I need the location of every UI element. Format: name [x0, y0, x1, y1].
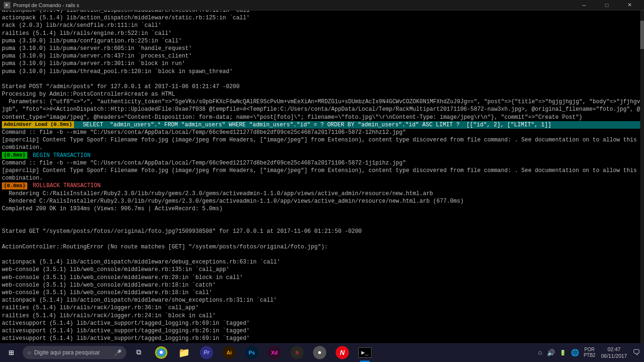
terminal-sql-line: AdminUser Load (0.5ms) SELECT "admin_use… [2, 121, 642, 129]
terminal-line: actionpack (5.1.4) lib/action_dispatch/m… [2, 14, 642, 22]
cortana-icon: ○ [27, 349, 31, 356]
titlebar-title: Prompt de Comando - rails s [13, 2, 79, 8]
terminal-line: puma (3.10.0) lib/puma/server.rb:437:in … [2, 52, 642, 60]
terminal-line: ActionController::RoutingError (No route… [2, 243, 642, 251]
chrome-icon[interactable]: ● [151, 343, 172, 362]
sql-statement: SELECT "admin_users".* FROM "admin_users… [76, 121, 551, 129]
terminal-line: activesupport (5.1.4) lib/active_support… [2, 335, 642, 342]
terminal-line: Command :: file -b --mime "C:/Users/cont… [2, 129, 642, 136]
netflix-icon[interactable]: N [332, 343, 353, 362]
terminal-blank-line [2, 251, 642, 258]
terminal-line: web-console (3.5.1) lib/web_console/midd… [2, 281, 642, 289]
search-bar[interactable]: ○ Digite aqui para pesquisar 🎤 [23, 346, 126, 359]
taskbar: ⊞ ○ Digite aqui para pesquisar 🎤 ⧉ ● 📁 P… [0, 343, 644, 362]
notification-icon[interactable]: 🗨 [631, 348, 642, 357]
terminal-blank-line [2, 75, 642, 83]
minimize-button[interactable]: ─ [573, 0, 595, 10]
maximize-button[interactable]: □ [596, 0, 618, 10]
scrollbar-thumb[interactable] [640, 21, 644, 49]
terminal-line: railties (5.1.4) lib/rails/rack/logger.r… [2, 312, 642, 320]
search-placeholder: Digite aqui para pesquisar [34, 349, 99, 356]
xd-icon[interactable]: Xd [264, 343, 285, 362]
terminal-line: actionpack (5.1.4) lib/action_dispatch/m… [2, 296, 642, 304]
terminal-blank-line [2, 220, 642, 228]
terminal-line: web-console (3.5.1) lib/web_console/midd… [2, 274, 642, 281]
titlebar-left: ▶ Prompt de Comando - rails s [4, 2, 79, 8]
scrollbar-track[interactable] [640, 10, 644, 343]
microphone-icon: 🎤 [114, 349, 122, 356]
language-indicator[interactable]: POR PTB2 [582, 347, 597, 358]
language-name: POR [584, 347, 595, 353]
terminal-line: activesupport (5.1.4) lib/active_support… [2, 320, 642, 327]
taskbar-right: ⌂ 🔊 🔋 🌐 POR PTB2 02:47 06/11/2017 🗨 [537, 346, 642, 360]
language-code: PTB2 [584, 353, 595, 358]
terminal-line: Completed 200 OK in 1934ms (Views: 906.7… [2, 205, 642, 213]
sublime-icon[interactable]: S [287, 343, 307, 362]
file-explorer-icon[interactable]: 📁 [173, 343, 194, 362]
rollback-timing-badge: (0.0ms) [2, 182, 27, 189]
terminal-rollback-line: (0.0ms) ROLLBACK TRANSACTION [2, 182, 642, 189]
terminal-transaction-line: (0.5ms) BEGIN TRANSACTION [2, 152, 642, 159]
titlebar-controls[interactable]: ─ □ ✕ [573, 0, 640, 10]
photoshop-icon[interactable]: Ps [241, 343, 262, 362]
task-view-button[interactable]: ⧉ [128, 343, 149, 362]
terminal-output: actionpack (5.1.4) lib/action_dispatch/m… [0, 10, 644, 343]
terminal-line: railties (5.1.4) lib/rails/engine.rb:522… [2, 30, 642, 37]
system-clock[interactable]: 02:47 06/11/2017 [598, 346, 630, 360]
transaction-text: BEGIN TRANSACTION [29, 152, 91, 159]
terminal-line: Parameters: {"utf8"=>"✓", "authenticity_… [2, 98, 642, 121]
titlebar-app-icon: ▶ [4, 2, 10, 8]
clock-time: 02:47 [601, 346, 627, 353]
tray-icon-3[interactable]: 🔋 [558, 350, 568, 356]
terminal-line: actionpack (5.1.4) lib/action_dispatch/m… [2, 258, 642, 266]
cmd-icon[interactable]: ▶_ [355, 343, 375, 362]
titlebar: ▶ Prompt de Comando - rails s ─ □ ✕ [0, 0, 644, 10]
terminal-line: puma (3.10.0) lib/puma/server.rb:605:in … [2, 45, 642, 52]
terminal-line: web-console (3.5.1) lib/web_console/midd… [2, 289, 642, 296]
terminal-line: [paperclip] Content Type Spoof: Filename… [2, 167, 642, 182]
premiere-icon[interactable]: Pr [196, 343, 217, 362]
terminal-blank-line [2, 236, 642, 243]
terminal-line: web-console (3.5.1) lib/web_console/midd… [2, 266, 642, 273]
terminal-line: puma (3.10.0) lib/puma/server.rb:301:in … [2, 60, 642, 67]
taskbar-left: ⊞ ○ Digite aqui para pesquisar 🎤 ⧉ ● 📁 P… [2, 343, 375, 362]
clock-date: 06/11/2017 [601, 353, 627, 359]
terminal-line: railties (5.1.4) lib/rails/rack/logger.r… [2, 304, 642, 312]
rollback-text: ROLLBACK TRANSACTION [29, 182, 100, 189]
network-icon[interactable]: 🌐 [569, 349, 581, 357]
terminal-line: Rendering C:/RailsInstaller/Ruby2.3.0/li… [2, 190, 642, 197]
terminal-line: Processing by Admin::PostsController#cre… [2, 90, 642, 98]
tray-icon-1[interactable]: ⌂ [537, 349, 544, 356]
close-button[interactable]: ✕ [619, 0, 640, 10]
terminal-line: activesupport (5.1.4) lib/active_support… [2, 327, 642, 335]
terminal-line: Started GET "/system/posts/fotos//origin… [2, 228, 642, 235]
sql-timing-badge: AdminUser Load (0.5ms) [2, 121, 74, 128]
terminal-line: puma (3.10.0) lib/puma/configuration.rb:… [2, 37, 642, 45]
terminal-line: [paperclip] Content Type Spoof: Filename… [2, 136, 642, 151]
terminal-line: Rendered C:/RailsInstaller/Ruby2.3.0/lib… [2, 197, 642, 205]
terminal-line: actionpack (5.1.4) lib/action_dispatch/m… [2, 10, 642, 14]
terminal-blank-line [2, 213, 642, 220]
tray-icon-2[interactable]: 🔊 [545, 349, 557, 357]
transaction-timing-badge: (0.5ms) [2, 152, 27, 159]
terminal-line: rack (2.0.3) lib/rack/sendfile.rb:111:in… [2, 22, 642, 29]
terminal-line: Command :: file -b --mime "C:/Users/cont… [2, 159, 642, 167]
unknown-icon[interactable]: ● [309, 343, 330, 362]
terminal-line: puma (3.10.0) lib/puma/thread_pool.rb:12… [2, 68, 642, 75]
illustrator-icon[interactable]: Ai [219, 343, 239, 362]
start-button[interactable]: ⊞ [2, 343, 21, 362]
terminal-line: Started POST "/admin/posts" for 127.0.0.… [2, 83, 642, 90]
